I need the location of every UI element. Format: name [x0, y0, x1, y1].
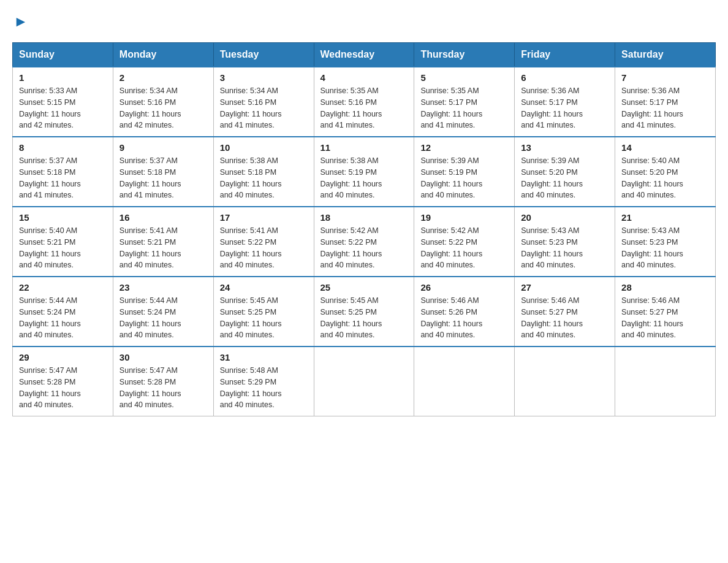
calendar-cell — [414, 347, 515, 416]
day-number: 12 — [420, 142, 508, 153]
calendar-cell: 28Sunrise: 5:46 AMSunset: 5:27 PMDayligh… — [615, 277, 716, 347]
day-info: Sunrise: 5:44 AMSunset: 5:24 PMDaylight:… — [19, 295, 107, 341]
calendar-cell: 15Sunrise: 5:40 AMSunset: 5:21 PMDayligh… — [13, 207, 113, 277]
day-number: 18 — [320, 212, 408, 223]
day-info: Sunrise: 5:35 AMSunset: 5:16 PMDaylight:… — [320, 85, 408, 131]
day-info: Sunrise: 5:40 AMSunset: 5:20 PMDaylight:… — [621, 155, 709, 201]
calendar-cell: 29Sunrise: 5:47 AMSunset: 5:28 PMDayligh… — [13, 347, 113, 416]
day-info: Sunrise: 5:34 AMSunset: 5:16 PMDaylight:… — [119, 85, 207, 131]
calendar-cell: 6Sunrise: 5:36 AMSunset: 5:17 PMDaylight… — [515, 67, 615, 137]
calendar-cell: 18Sunrise: 5:42 AMSunset: 5:22 PMDayligh… — [314, 207, 414, 277]
page-header: ► — [12, 12, 716, 30]
calendar-cell: 8Sunrise: 5:37 AMSunset: 5:18 PMDaylight… — [13, 137, 113, 207]
calendar-week-2: 8Sunrise: 5:37 AMSunset: 5:18 PMDaylight… — [13, 137, 716, 207]
day-number: 28 — [621, 282, 709, 293]
logo-arrow-icon: ► — [13, 13, 28, 30]
calendar-cell: 4Sunrise: 5:35 AMSunset: 5:16 PMDaylight… — [314, 67, 414, 137]
day-number: 26 — [420, 282, 508, 293]
day-info: Sunrise: 5:44 AMSunset: 5:24 PMDaylight:… — [119, 295, 207, 341]
calendar-cell: 16Sunrise: 5:41 AMSunset: 5:21 PMDayligh… — [113, 207, 213, 277]
calendar-cell: 22Sunrise: 5:44 AMSunset: 5:24 PMDayligh… — [13, 277, 113, 347]
day-number: 3 — [220, 72, 308, 83]
day-number: 23 — [119, 282, 207, 293]
day-number: 22 — [19, 282, 107, 293]
calendar-cell: 5Sunrise: 5:35 AMSunset: 5:17 PMDaylight… — [414, 67, 515, 137]
day-info: Sunrise: 5:46 AMSunset: 5:27 PMDaylight:… — [521, 295, 609, 341]
calendar-cell — [314, 347, 414, 416]
column-header-monday: Monday — [113, 43, 213, 67]
day-info: Sunrise: 5:33 AMSunset: 5:15 PMDaylight:… — [19, 85, 107, 131]
day-info: Sunrise: 5:41 AMSunset: 5:22 PMDaylight:… — [220, 225, 308, 271]
day-number: 15 — [19, 212, 107, 223]
day-info: Sunrise: 5:43 AMSunset: 5:23 PMDaylight:… — [621, 225, 709, 271]
calendar-cell: 24Sunrise: 5:45 AMSunset: 5:25 PMDayligh… — [213, 277, 314, 347]
day-info: Sunrise: 5:43 AMSunset: 5:23 PMDaylight:… — [521, 225, 609, 271]
day-info: Sunrise: 5:39 AMSunset: 5:19 PMDaylight:… — [420, 155, 508, 201]
calendar-cell: 20Sunrise: 5:43 AMSunset: 5:23 PMDayligh… — [515, 207, 615, 277]
day-number: 17 — [220, 212, 308, 223]
day-number: 9 — [119, 142, 207, 153]
day-number: 19 — [420, 212, 508, 223]
day-info: Sunrise: 5:45 AMSunset: 5:25 PMDaylight:… — [320, 295, 408, 341]
day-info: Sunrise: 5:34 AMSunset: 5:16 PMDaylight:… — [220, 85, 308, 131]
calendar-week-4: 22Sunrise: 5:44 AMSunset: 5:24 PMDayligh… — [13, 277, 716, 347]
day-number: 5 — [420, 72, 508, 83]
day-number: 27 — [521, 282, 609, 293]
day-info: Sunrise: 5:37 AMSunset: 5:18 PMDaylight:… — [119, 155, 207, 201]
calendar-cell: 1Sunrise: 5:33 AMSunset: 5:15 PMDaylight… — [13, 67, 113, 137]
calendar-cell: 25Sunrise: 5:45 AMSunset: 5:25 PMDayligh… — [314, 277, 414, 347]
day-info: Sunrise: 5:38 AMSunset: 5:19 PMDaylight:… — [320, 155, 408, 201]
day-info: Sunrise: 5:35 AMSunset: 5:17 PMDaylight:… — [420, 85, 508, 131]
day-number: 25 — [320, 282, 408, 293]
day-info: Sunrise: 5:42 AMSunset: 5:22 PMDaylight:… — [420, 225, 508, 271]
day-info: Sunrise: 5:37 AMSunset: 5:18 PMDaylight:… — [19, 155, 107, 201]
column-header-sunday: Sunday — [13, 43, 113, 67]
calendar-cell: 14Sunrise: 5:40 AMSunset: 5:20 PMDayligh… — [615, 137, 716, 207]
calendar-cell: 10Sunrise: 5:38 AMSunset: 5:18 PMDayligh… — [213, 137, 314, 207]
day-number: 29 — [19, 352, 107, 362]
calendar-cell: 31Sunrise: 5:48 AMSunset: 5:29 PMDayligh… — [213, 347, 314, 416]
day-number: 8 — [19, 142, 107, 153]
day-info: Sunrise: 5:46 AMSunset: 5:27 PMDaylight:… — [621, 295, 709, 341]
day-number: 6 — [521, 72, 609, 83]
day-number: 7 — [621, 72, 709, 83]
calendar-cell: 27Sunrise: 5:46 AMSunset: 5:27 PMDayligh… — [515, 277, 615, 347]
day-info: Sunrise: 5:48 AMSunset: 5:29 PMDaylight:… — [220, 365, 308, 411]
calendar-cell: 12Sunrise: 5:39 AMSunset: 5:19 PMDayligh… — [414, 137, 515, 207]
column-header-friday: Friday — [515, 43, 615, 67]
day-info: Sunrise: 5:36 AMSunset: 5:17 PMDaylight:… — [621, 85, 709, 131]
day-number: 14 — [621, 142, 709, 153]
calendar-cell: 7Sunrise: 5:36 AMSunset: 5:17 PMDaylight… — [615, 67, 716, 137]
calendar-cell: 11Sunrise: 5:38 AMSunset: 5:19 PMDayligh… — [314, 137, 414, 207]
calendar-cell: 23Sunrise: 5:44 AMSunset: 5:24 PMDayligh… — [113, 277, 213, 347]
day-number: 16 — [119, 212, 207, 223]
day-info: Sunrise: 5:40 AMSunset: 5:21 PMDaylight:… — [19, 225, 107, 271]
calendar-cell: 17Sunrise: 5:41 AMSunset: 5:22 PMDayligh… — [213, 207, 314, 277]
day-number: 4 — [320, 72, 408, 83]
calendar-cell: 30Sunrise: 5:47 AMSunset: 5:28 PMDayligh… — [113, 347, 213, 416]
calendar-header-row: SundayMondayTuesdayWednesdayThursdayFrid… — [13, 43, 716, 67]
day-info: Sunrise: 5:45 AMSunset: 5:25 PMDaylight:… — [220, 295, 308, 341]
day-number: 24 — [220, 282, 308, 293]
day-info: Sunrise: 5:36 AMSunset: 5:17 PMDaylight:… — [521, 85, 609, 131]
day-number: 10 — [220, 142, 308, 153]
day-number: 20 — [521, 212, 609, 223]
calendar-week-5: 29Sunrise: 5:47 AMSunset: 5:28 PMDayligh… — [13, 347, 716, 416]
column-header-thursday: Thursday — [414, 43, 515, 67]
day-number: 31 — [220, 352, 308, 362]
calendar-week-3: 15Sunrise: 5:40 AMSunset: 5:21 PMDayligh… — [13, 207, 716, 277]
calendar-cell: 26Sunrise: 5:46 AMSunset: 5:26 PMDayligh… — [414, 277, 515, 347]
calendar-cell — [615, 347, 716, 416]
day-number: 13 — [521, 142, 609, 153]
calendar-cell: 3Sunrise: 5:34 AMSunset: 5:16 PMDaylight… — [213, 67, 314, 137]
calendar-cell: 13Sunrise: 5:39 AMSunset: 5:20 PMDayligh… — [515, 137, 615, 207]
day-number: 11 — [320, 142, 408, 153]
column-header-wednesday: Wednesday — [314, 43, 414, 67]
calendar-cell: 21Sunrise: 5:43 AMSunset: 5:23 PMDayligh… — [615, 207, 716, 277]
column-header-saturday: Saturday — [615, 43, 716, 67]
calendar-week-1: 1Sunrise: 5:33 AMSunset: 5:15 PMDaylight… — [13, 67, 716, 137]
day-number: 30 — [119, 352, 207, 362]
calendar-table: SundayMondayTuesdayWednesdayThursdayFrid… — [12, 42, 716, 416]
day-info: Sunrise: 5:46 AMSunset: 5:26 PMDaylight:… — [420, 295, 508, 341]
calendar-cell: 9Sunrise: 5:37 AMSunset: 5:18 PMDaylight… — [113, 137, 213, 207]
